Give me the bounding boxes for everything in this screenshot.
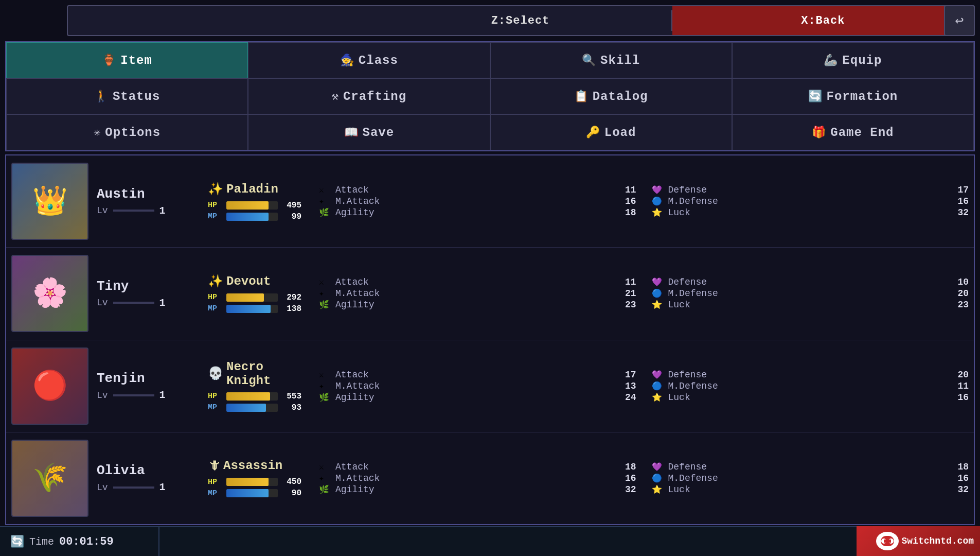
lv-label-tiny: Lv [97, 298, 108, 308]
austin-mp-bg [226, 213, 278, 221]
tiny-hp-val: 292 [281, 293, 301, 302]
hp-label-olivia: HP [208, 478, 223, 486]
menu-item-datalog[interactable]: 📋 Datalog [490, 78, 732, 114]
olivia-m-defense-val: 16 [953, 473, 969, 483]
olivia-hp-fill [226, 478, 269, 486]
tenjin-agility-val: 24 [621, 392, 636, 403]
hp-label-tiny: HP [208, 293, 223, 302]
tiny-defense-val: 10 [953, 277, 969, 287]
character-row-tenjin[interactable]: 🔴 Tenjin Lv 1 💀 Necro Knight HP [6, 340, 974, 432]
austin-lv-value: 1 [159, 205, 166, 217]
luck-label-tiny: Luck [668, 300, 720, 310]
defense-icon-olivia: 💜 [652, 462, 664, 472]
tenjin-class-name: 💀 Necro Knight [208, 360, 311, 388]
olivia-agility-val: 32 [621, 484, 636, 495]
menu-item-crafting-label: Crafting [343, 90, 406, 103]
m-defense-label: M.Defense [668, 196, 720, 206]
menu-item-game-end-label: Game End [830, 126, 894, 140]
attack-icon-tenjin: ⚔ [319, 370, 331, 380]
attack-icon-olivia: ⚔ [319, 462, 331, 472]
mp-label-tiny: MP [208, 304, 223, 313]
defense-icon: 💜 [652, 185, 664, 195]
luck-icon-tiny: ⭐ [652, 300, 664, 310]
tenjin-hp-bg [226, 392, 278, 401]
menu-item-class[interactable]: 🧙 Class [248, 42, 490, 78]
austin-luck-val: 32 [953, 207, 969, 218]
menu-item-item-label: Item [120, 54, 152, 67]
tiny-stat-defense: 💜 Defense 10 [652, 277, 969, 287]
tiny-hp-fill [226, 293, 264, 302]
hp-label: HP [208, 201, 223, 210]
menu-item-item[interactable]: 🏺 Item [6, 42, 248, 78]
time-icon: 🔄 [10, 535, 24, 549]
agility-label-tenjin: Agility [335, 392, 387, 403]
tiny-lv-value: 1 [159, 297, 166, 309]
tenjin-attack-val: 17 [621, 370, 636, 380]
olivia-m-attack-val: 16 [621, 473, 636, 483]
olivia-stat-attack: ⚔ Attack 18 [319, 462, 636, 472]
character-row-austin[interactable]: 👑 Austin Lv 1 ✨ Paladin HP [6, 155, 974, 248]
menu-item-options[interactable]: ✳ Options [6, 114, 248, 150]
austin-stat-attack: ⚔ Attack 11 [319, 185, 636, 195]
character-row-tiny[interactable]: 🌸 Tiny Lv 1 ✨ Devout HP [6, 248, 974, 340]
tenjin-mp-row: MP 93 [208, 403, 311, 412]
olivia-hp-mp: HP 450 MP 90 [208, 477, 311, 498]
tiny-stat-m-defense: 🔵 M.Defense 20 [652, 288, 969, 299]
olivia-stats: ⚔ Attack 18 💜 Defense 18 ✦ M.Attack 16 🔵… [319, 462, 969, 495]
defense-label: Defense [668, 185, 720, 195]
m-defense-icon-olivia: 🔵 [652, 473, 664, 483]
luck-label-tenjin: Luck [668, 392, 720, 403]
game-end-icon: 🎁 [812, 126, 826, 140]
portrait-austin: 👑 [11, 163, 88, 240]
back-button[interactable]: ↩ [944, 5, 975, 36]
screen: Z:Select X:Back ↩ 🏺 Item 🧙 Class 🔍 Skill… [0, 0, 980, 556]
tenjin-luck-val: 16 [953, 392, 969, 403]
menu-item-game-end[interactable]: 🎁 Game End [732, 114, 974, 150]
character-row-olivia[interactable]: 🌾 Olivia Lv 1 🗡 Assassin HP [6, 432, 974, 524]
menu-item-equip[interactable]: 🦾 Equip [732, 42, 974, 78]
menu-item-load[interactable]: 🔑 Load [490, 114, 732, 150]
olivia-mp-row: MP 90 [208, 489, 311, 498]
m-attack-label-tenjin: M.Attack [335, 381, 387, 391]
menu-item-save[interactable]: 📖 Save [248, 114, 490, 150]
tiny-mp-val: 138 [281, 304, 301, 314]
agility-label-tiny: Agility [335, 300, 387, 310]
tenjin-class: 💀 Necro Knight HP 553 MP [208, 360, 311, 412]
tiny-mp-fill [226, 305, 271, 313]
m-attack-icon: ✦ [319, 196, 331, 206]
menu-item-status-label: Status [113, 90, 160, 103]
tenjin-mp-val: 93 [281, 403, 301, 412]
back-label[interactable]: X:Back [672, 6, 974, 35]
tiny-face: 🌸 [12, 256, 87, 331]
defense-icon-tiny: 💜 [652, 277, 664, 287]
olivia-lv-value: 1 [159, 481, 166, 493]
tiny-name: Tiny [97, 279, 200, 294]
datalog-icon: 📋 [574, 90, 589, 103]
tiny-mp-bg [226, 305, 278, 313]
menu-item-skill[interactable]: 🔍 Skill [490, 42, 732, 78]
item-icon: 🏺 [102, 54, 116, 67]
austin-hp-fill [226, 201, 269, 210]
austin-stat-agility: 🌿 Agility 18 [319, 207, 636, 218]
tiny-stat-attack: ⚔ Attack 11 [319, 277, 636, 287]
m-defense-icon: 🔵 [652, 196, 664, 206]
m-attack-icon-tenjin: ✦ [319, 381, 331, 391]
crafting-icon: ⚒ [332, 90, 339, 103]
lv-label-olivia: Lv [97, 482, 108, 493]
agility-icon-tiny: 🌿 [319, 300, 331, 310]
agility-label-olivia: Agility [335, 484, 387, 495]
equip-icon: 🦾 [824, 54, 838, 67]
olivia-stat-defense: 💜 Defense 18 [652, 462, 969, 472]
load-icon: 🔑 [586, 126, 600, 140]
tenjin-stat-m-attack: ✦ M.Attack 13 [319, 381, 636, 391]
menu-item-formation[interactable]: 🔄 Formation [732, 78, 974, 114]
austin-hp-mp: HP 495 MP 99 [208, 201, 311, 221]
menu-item-crafting[interactable]: ⚒ Crafting [248, 78, 490, 114]
olivia-attack-val: 18 [621, 462, 636, 472]
menu-item-save-label: Save [363, 126, 395, 140]
austin-mp-row: MP 99 [208, 212, 311, 221]
skill-icon: 🔍 [582, 54, 596, 67]
olivia-class-label: Assassin [223, 459, 282, 473]
menu-item-status[interactable]: 🚶 Status [6, 78, 248, 114]
olivia-hp-bg [226, 478, 278, 486]
